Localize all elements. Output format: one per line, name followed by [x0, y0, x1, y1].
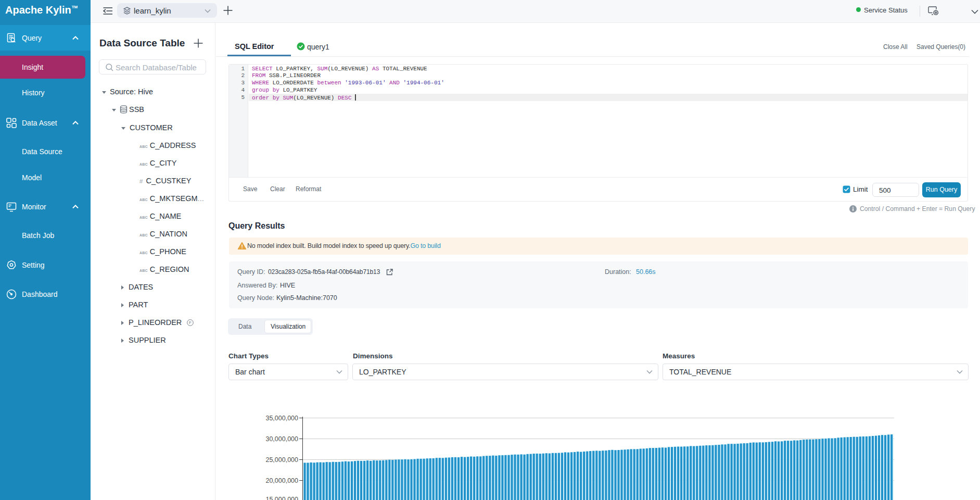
svg-text:30,000,000: 30,000,000: [265, 435, 298, 443]
svg-text:15,000,000: 15,000,000: [265, 496, 298, 500]
svg-text:35,000,000: 35,000,000: [265, 415, 298, 422]
svg-text:25,000,000: 25,000,000: [265, 456, 298, 464]
svg-text:20,000,000: 20,000,000: [265, 477, 298, 484]
